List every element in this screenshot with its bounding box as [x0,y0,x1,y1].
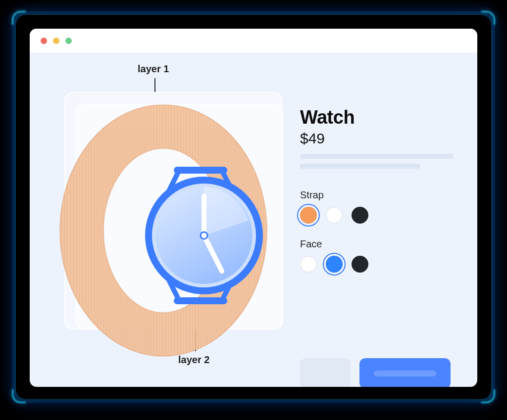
window-titlebar [30,29,477,52]
option-group-face: Face [300,238,454,273]
product-details: Watch $49 Strap Face [300,107,454,273]
glow-corner [481,389,495,403]
close-icon[interactable] [41,38,47,44]
swatch-strap-orange[interactable] [300,207,317,224]
product-illustration [64,97,287,339]
option-label: Face [300,238,454,250]
annotation-layer-2: layer 2 [178,354,209,366]
maximize-icon[interactable] [65,38,72,44]
app-window: layer 1 layer 2 [30,29,477,387]
minimize-icon[interactable] [53,38,59,44]
add-to-cart-button[interactable] [359,358,451,387]
option-label: Strap [300,189,454,201]
swatch-strap-black[interactable] [352,207,368,224]
swatch-strap-white[interactable] [326,207,343,224]
swatch-face-black[interactable] [352,256,368,273]
description-skeleton [300,154,454,159]
watch-hands-pin [201,232,207,239]
swatch-face-blue[interactable] [326,256,343,273]
button-label-skeleton [374,371,436,376]
annotation-layer-1: layer 1 [138,63,169,75]
glow-corner [12,11,26,25]
description-skeleton [300,164,420,169]
glow-corner [12,389,26,403]
swatch-face-white[interactable] [300,256,317,273]
option-group-strap: Strap [300,189,454,224]
window-content: layer 1 layer 2 [30,52,477,387]
glow-corner [481,11,495,25]
product-price: $49 [300,130,454,147]
quantity-stepper[interactable] [300,358,351,387]
product-title: Watch [300,107,454,128]
